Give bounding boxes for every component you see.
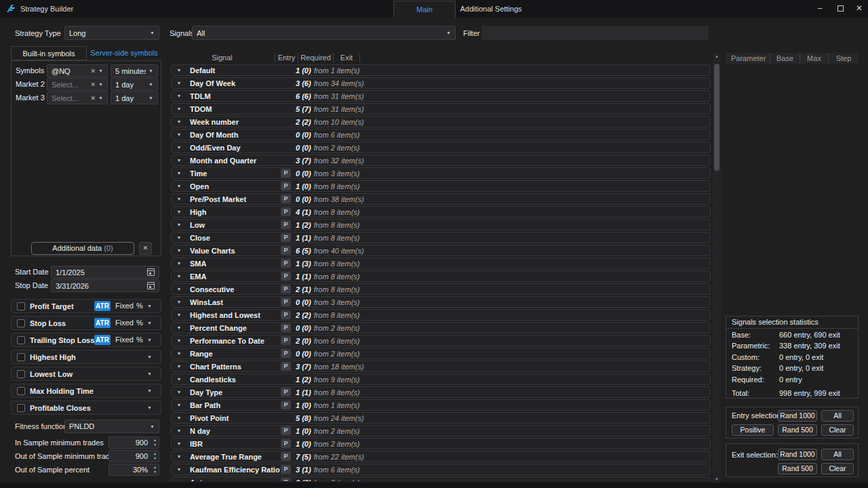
checkbox[interactable] [17, 319, 25, 327]
collapse-icon[interactable]: ▾ [178, 260, 180, 266]
close-button[interactable]: ✕ [850, 0, 868, 16]
tab-additional-settings[interactable]: Additional Settings [456, 1, 526, 18]
checkbox[interactable] [17, 370, 25, 378]
checkbox[interactable] [17, 353, 25, 361]
collapse-icon[interactable]: ▾ [178, 402, 180, 408]
column-exit[interactable]: Exit [334, 53, 360, 63]
signal-row[interactable]: ▾ Open P 1 (0)from 8 item(s) [171, 180, 711, 192]
spinner-icons[interactable]: ▲▼ [153, 451, 157, 461]
signal-row[interactable]: ▾ Odd/Even Day P 0 (0)from 2 item(s) [171, 142, 711, 153]
collapse-icon[interactable]: ▾ [178, 106, 180, 112]
signal-row[interactable]: ▾ TDOM P 5 (7)from 31 item(s) [171, 103, 711, 115]
fixed-toggle[interactable]: Fixed [115, 336, 134, 344]
collapse-icon[interactable]: ▾ [178, 299, 180, 305]
collapse-icon[interactable]: ▾ [178, 338, 180, 344]
percent-toggle[interactable]: % [136, 336, 143, 344]
chevron-down-icon[interactable]: ▼ [147, 354, 152, 359]
signal-row[interactable]: ▾ Low P 1 (2)from 8 item(s) [171, 219, 711, 230]
atr-toggle[interactable]: ATR [94, 301, 111, 311]
checkbox[interactable] [17, 336, 25, 344]
signal-row[interactable]: ▾ High P 4 (1)from 8 item(s) [171, 206, 711, 218]
signal-row[interactable]: ▾ Default P 1 (0)from 1 item(s) [171, 64, 711, 76]
scrollbar-thumb[interactable] [714, 64, 719, 171]
signal-row[interactable]: ▾ Performance To Date P 2 (0)from 6 item… [171, 335, 711, 346]
spinner-icons[interactable]: ▲▼ [153, 465, 157, 474]
signal-row[interactable]: ▾ WinsLast P 0 (0)from 3 item(s) [171, 296, 711, 308]
maximize-button[interactable] [831, 0, 849, 16]
signal-row[interactable]: ▾ TDLM P 6 (6)from 31 item(s) [171, 90, 711, 102]
clear-icon[interactable]: ✕ [91, 95, 96, 102]
signal-row[interactable]: ▾ Percent Change P 0 (0)from 2 item(s) [171, 322, 711, 333]
signal-row[interactable]: ▾ Pivot Point P 5 (8)from 24 item(s) [171, 412, 711, 424]
tab-server-side-symbols[interactable]: Server-side symbols [87, 46, 161, 60]
signal-row[interactable]: ▾ Candlesticks P 1 (2)from 9 item(s) [171, 373, 711, 385]
signal-row[interactable]: ▾ Day Of Week P 3 (6)from 34 item(s) [171, 77, 711, 89]
entry-all-button[interactable]: All [821, 410, 854, 422]
checkbox[interactable] [17, 404, 25, 412]
tab-main[interactable]: Main [393, 1, 456, 18]
calendar-icon[interactable] [147, 268, 155, 276]
symbol-select[interactable]: @NQ ✕ ▼ [47, 64, 108, 77]
timeframe-select[interactable]: 1 day ▼ [111, 92, 158, 104]
collapse-icon[interactable]: ▾ [178, 93, 180, 99]
signal-row[interactable]: ▾ Day Of Month P 0 (0)from 6 item(s) [171, 129, 711, 140]
chevron-down-icon[interactable]: ▼ [147, 321, 152, 325]
clear-icon[interactable]: ✕ [91, 68, 96, 75]
percent-toggle[interactable]: % [136, 319, 143, 327]
signal-row[interactable]: ▾ Consecutive P 2 (1)from 8 item(s) [171, 283, 711, 295]
entry-positive-button[interactable]: Positive [732, 424, 774, 436]
chevron-down-icon[interactable]: ▼ [147, 371, 152, 376]
timeframe-select[interactable]: 5 minutes ▼ [111, 64, 158, 77]
signal-row[interactable]: ▾ Pre/Post Market P 0 (0)from 38 item(s) [171, 193, 711, 205]
calendar-icon[interactable] [147, 282, 155, 289]
collapse-icon[interactable]: ▾ [178, 350, 180, 357]
number-input[interactable]: 900 ▲▼ [108, 436, 159, 449]
scroll-up-icon[interactable]: ▲ [713, 54, 721, 58]
exit-all-button[interactable]: All [821, 449, 854, 460]
collapse-icon[interactable]: ▾ [178, 196, 180, 202]
signal-row[interactable]: ▾ Average True Range P 7 (5)from 22 item… [171, 451, 711, 462]
fitness-function-select[interactable]: PNLDD ▼ [64, 420, 159, 433]
filter-input[interactable] [481, 26, 709, 40]
collapse-icon[interactable]: ▾ [178, 235, 180, 241]
date-input[interactable]: 3/31/2026 [51, 279, 159, 292]
signals-scrollbar[interactable]: ▲ ▼ [713, 53, 721, 483]
percent-toggle[interactable]: % [136, 302, 143, 310]
signals-select[interactable]: All ▼ [192, 26, 456, 40]
collapse-icon[interactable]: ▾ [178, 453, 180, 460]
collapse-icon[interactable]: ▾ [178, 273, 180, 279]
spinner-icons[interactable]: ▲▼ [153, 438, 157, 447]
entry-clear-button[interactable]: Clear [821, 424, 854, 436]
collapse-icon[interactable]: ▾ [178, 466, 180, 472]
column-base[interactable]: Base [770, 53, 800, 64]
remove-additional-data-button[interactable]: ✕ [139, 242, 152, 255]
signal-row[interactable]: ▾ IBR P 1 (0)from 2 item(s) [171, 438, 711, 449]
collapse-icon[interactable]: ▾ [178, 286, 180, 292]
scroll-down-icon[interactable]: ▼ [713, 477, 721, 481]
number-input[interactable]: 900 ▲▼ [108, 450, 159, 462]
signal-row[interactable]: ▾ Chart Patterns P 3 (7)from 18 item(s) [171, 361, 711, 372]
signal-row[interactable]: ▾ Time P 0 (0)from 3 item(s) [171, 167, 711, 179]
atr-toggle[interactable]: ATR [94, 318, 111, 328]
entry-rand-500-button[interactable]: Rand 500 [778, 424, 817, 436]
checkbox[interactable] [17, 387, 25, 395]
collapse-icon[interactable]: ▾ [178, 157, 180, 163]
minimize-button[interactable]: – [811, 0, 829, 16]
collapse-icon[interactable]: ▾ [178, 170, 180, 176]
signal-row[interactable]: ▾ SMA P 1 (3)from 8 item(s) [171, 258, 711, 269]
date-input[interactable]: 1/1/2025 [51, 266, 159, 279]
collapse-icon[interactable]: ▾ [178, 209, 180, 215]
tab-built-in-symbols[interactable]: Built-in symbols [11, 46, 87, 60]
signal-row[interactable]: ▾ Bar Path P 1 (0)from 1 item(s) [171, 399, 711, 411]
strategy-type-select[interactable]: Long ▼ [64, 26, 159, 40]
collapse-icon[interactable]: ▾ [178, 80, 180, 86]
column-max[interactable]: Max [800, 53, 829, 64]
collapse-icon[interactable]: ▾ [178, 363, 180, 369]
chevron-down-icon[interactable]: ▼ [147, 304, 152, 308]
collapse-icon[interactable]: ▾ [178, 441, 180, 447]
column-signal[interactable]: Signal [170, 53, 275, 63]
signal-row[interactable]: ▾ N day P 1 (0)from 2 item(s) [171, 425, 711, 436]
checkbox[interactable] [17, 302, 25, 310]
collapse-icon[interactable]: ▾ [178, 247, 180, 253]
atr-toggle[interactable]: ATR [94, 335, 111, 345]
